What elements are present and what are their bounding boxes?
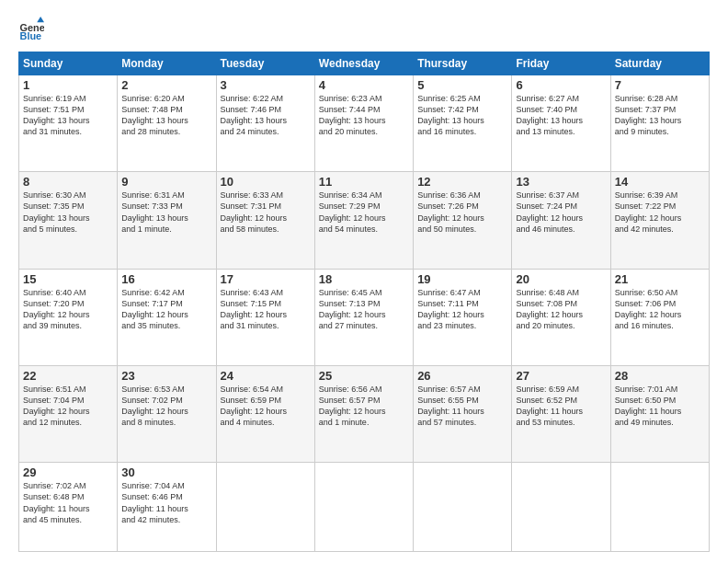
day-number: 10	[221, 175, 311, 189]
day-number: 15	[23, 272, 113, 286]
table-row: 15Sunrise: 6:40 AM Sunset: 7:20 PM Dayli…	[19, 269, 118, 365]
table-row: 10Sunrise: 6:33 AM Sunset: 7:31 PM Dayli…	[216, 172, 314, 269]
day-details: Sunrise: 6:53 AM Sunset: 7:02 PM Dayligh…	[121, 384, 211, 429]
col-header-sunday: Sunday	[19, 52, 118, 75]
col-header-friday: Friday	[512, 52, 610, 75]
table-row: 16Sunrise: 6:42 AM Sunset: 7:17 PM Dayli…	[118, 269, 216, 365]
day-details: Sunrise: 6:25 AM Sunset: 7:42 PM Dayligh…	[417, 93, 507, 138]
day-details: Sunrise: 6:33 AM Sunset: 7:31 PM Dayligh…	[221, 190, 311, 235]
logo-icon: General Blue	[18, 17, 44, 42]
day-number: 17	[221, 272, 311, 286]
col-header-wednesday: Wednesday	[314, 52, 413, 75]
table-row: 12Sunrise: 6:36 AM Sunset: 7:26 PM Dayli…	[414, 172, 512, 269]
table-row: 3Sunrise: 6:22 AM Sunset: 7:46 PM Daylig…	[216, 75, 314, 172]
day-details: Sunrise: 7:04 AM Sunset: 6:46 PM Dayligh…	[121, 480, 211, 525]
table-row: 17Sunrise: 6:43 AM Sunset: 7:15 PM Dayli…	[216, 269, 314, 365]
day-number: 3	[221, 78, 311, 92]
day-number: 22	[23, 369, 113, 383]
day-details: Sunrise: 6:34 AM Sunset: 7:29 PM Dayligh…	[319, 190, 409, 235]
day-number: 8	[23, 175, 113, 189]
table-row: 7Sunrise: 6:28 AM Sunset: 7:37 PM Daylig…	[610, 75, 709, 172]
table-row: 21Sunrise: 6:50 AM Sunset: 7:06 PM Dayli…	[610, 269, 709, 365]
table-row	[414, 463, 512, 552]
calendar-table: SundayMondayTuesdayWednesdayThursdayFrid…	[18, 52, 710, 552]
day-number: 25	[319, 369, 409, 383]
day-number: 18	[319, 272, 409, 286]
day-details: Sunrise: 6:56 AM Sunset: 6:57 PM Dayligh…	[319, 384, 409, 429]
table-row: 30Sunrise: 7:04 AM Sunset: 6:46 PM Dayli…	[118, 463, 216, 552]
table-row: 19Sunrise: 6:47 AM Sunset: 7:11 PM Dayli…	[414, 269, 512, 365]
day-details: Sunrise: 6:42 AM Sunset: 7:17 PM Dayligh…	[121, 287, 211, 332]
table-row: 8Sunrise: 6:30 AM Sunset: 7:35 PM Daylig…	[19, 172, 118, 269]
day-details: Sunrise: 7:02 AM Sunset: 6:48 PM Dayligh…	[23, 480, 113, 525]
day-number: 12	[417, 175, 507, 189]
day-number: 2	[121, 78, 211, 92]
table-row: 27Sunrise: 6:59 AM Sunset: 6:52 PM Dayli…	[512, 365, 610, 462]
day-details: Sunrise: 6:43 AM Sunset: 7:15 PM Dayligh…	[221, 287, 311, 332]
table-row: 23Sunrise: 6:53 AM Sunset: 7:02 PM Dayli…	[118, 365, 216, 462]
table-row: 6Sunrise: 6:27 AM Sunset: 7:40 PM Daylig…	[512, 75, 610, 172]
logo: General Blue	[18, 17, 44, 42]
day-details: Sunrise: 7:01 AM Sunset: 6:50 PM Dayligh…	[615, 384, 705, 429]
day-number: 14	[615, 175, 705, 189]
col-header-tuesday: Tuesday	[216, 52, 314, 75]
day-number: 30	[121, 465, 211, 479]
day-details: Sunrise: 6:39 AM Sunset: 7:22 PM Dayligh…	[615, 190, 705, 235]
day-details: Sunrise: 6:50 AM Sunset: 7:06 PM Dayligh…	[615, 287, 705, 332]
day-number: 27	[516, 369, 606, 383]
svg-text:Blue: Blue	[20, 30, 42, 41]
table-row: 18Sunrise: 6:45 AM Sunset: 7:13 PM Dayli…	[314, 269, 413, 365]
day-number: 1	[23, 78, 113, 92]
day-number: 11	[319, 175, 409, 189]
table-row: 13Sunrise: 6:37 AM Sunset: 7:24 PM Dayli…	[512, 172, 610, 269]
table-row: 29Sunrise: 7:02 AM Sunset: 6:48 PM Dayli…	[19, 463, 118, 552]
day-number: 6	[516, 78, 606, 92]
table-row	[610, 463, 709, 552]
table-row: 14Sunrise: 6:39 AM Sunset: 7:22 PM Dayli…	[610, 172, 709, 269]
svg-marker-2	[37, 17, 44, 22]
table-row: 26Sunrise: 6:57 AM Sunset: 6:55 PM Dayli…	[414, 365, 512, 462]
table-row: 22Sunrise: 6:51 AM Sunset: 7:04 PM Dayli…	[19, 365, 118, 462]
table-row: 1Sunrise: 6:19 AM Sunset: 7:51 PM Daylig…	[19, 75, 118, 172]
day-details: Sunrise: 6:23 AM Sunset: 7:44 PM Dayligh…	[319, 93, 409, 138]
table-row: 2Sunrise: 6:20 AM Sunset: 7:48 PM Daylig…	[118, 75, 216, 172]
day-number: 19	[417, 272, 507, 286]
day-details: Sunrise: 6:36 AM Sunset: 7:26 PM Dayligh…	[417, 190, 507, 235]
day-number: 20	[516, 272, 606, 286]
table-row: 11Sunrise: 6:34 AM Sunset: 7:29 PM Dayli…	[314, 172, 413, 269]
col-header-saturday: Saturday	[610, 52, 709, 75]
day-details: Sunrise: 6:20 AM Sunset: 7:48 PM Dayligh…	[121, 93, 211, 138]
day-number: 16	[121, 272, 211, 286]
day-details: Sunrise: 6:19 AM Sunset: 7:51 PM Dayligh…	[23, 93, 113, 138]
day-number: 21	[615, 272, 705, 286]
day-number: 5	[417, 78, 507, 92]
day-number: 13	[516, 175, 606, 189]
table-row: 20Sunrise: 6:48 AM Sunset: 7:08 PM Dayli…	[512, 269, 610, 365]
table-row	[216, 463, 314, 552]
table-row: 4Sunrise: 6:23 AM Sunset: 7:44 PM Daylig…	[314, 75, 413, 172]
day-number: 24	[221, 369, 311, 383]
table-row: 5Sunrise: 6:25 AM Sunset: 7:42 PM Daylig…	[414, 75, 512, 172]
day-details: Sunrise: 6:31 AM Sunset: 7:33 PM Dayligh…	[121, 190, 211, 235]
day-number: 28	[615, 369, 705, 383]
day-details: Sunrise: 6:47 AM Sunset: 7:11 PM Dayligh…	[417, 287, 507, 332]
day-number: 9	[121, 175, 211, 189]
day-number: 23	[121, 369, 211, 383]
table-row	[512, 463, 610, 552]
col-header-monday: Monday	[118, 52, 216, 75]
table-row	[314, 463, 413, 552]
day-details: Sunrise: 6:57 AM Sunset: 6:55 PM Dayligh…	[417, 384, 507, 429]
day-details: Sunrise: 6:51 AM Sunset: 7:04 PM Dayligh…	[23, 384, 113, 429]
day-number: 29	[23, 465, 113, 479]
day-details: Sunrise: 6:48 AM Sunset: 7:08 PM Dayligh…	[516, 287, 606, 332]
table-row: 25Sunrise: 6:56 AM Sunset: 6:57 PM Dayli…	[314, 365, 413, 462]
day-details: Sunrise: 6:37 AM Sunset: 7:24 PM Dayligh…	[516, 190, 606, 235]
day-details: Sunrise: 6:28 AM Sunset: 7:37 PM Dayligh…	[615, 93, 705, 138]
day-details: Sunrise: 6:54 AM Sunset: 6:59 PM Dayligh…	[221, 384, 311, 429]
col-header-thursday: Thursday	[414, 52, 512, 75]
day-number: 26	[417, 369, 507, 383]
day-details: Sunrise: 6:22 AM Sunset: 7:46 PM Dayligh…	[221, 93, 311, 138]
day-details: Sunrise: 6:30 AM Sunset: 7:35 PM Dayligh…	[23, 190, 113, 235]
table-row: 24Sunrise: 6:54 AM Sunset: 6:59 PM Dayli…	[216, 365, 314, 462]
day-number: 7	[615, 78, 705, 92]
